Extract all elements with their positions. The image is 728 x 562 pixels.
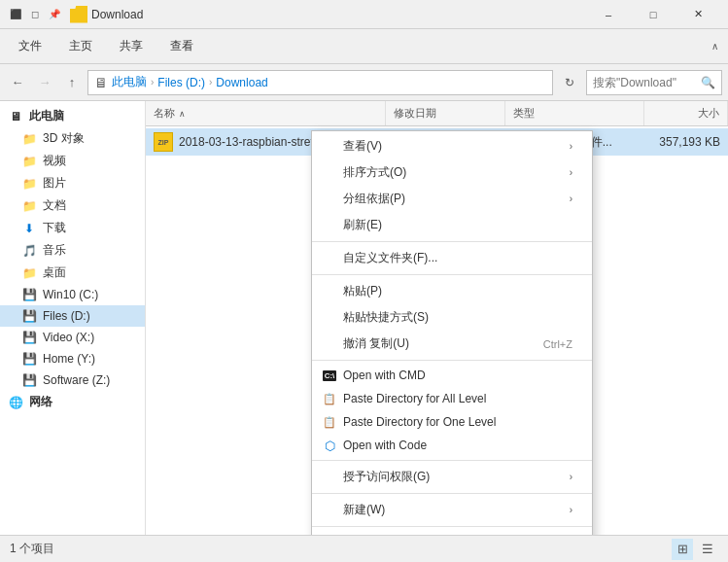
sidebar-item-network[interactable]: 🌐 网络 bbox=[0, 391, 145, 413]
sidebar-item-music[interactable]: 🎵 音乐 bbox=[0, 239, 145, 262]
search-box[interactable]: 🔍 bbox=[586, 70, 722, 95]
sidebar-item-pictures[interactable]: 📁 图片 bbox=[0, 172, 145, 194]
main-layout: 🖥 此电脑 📁 3D 对象 📁 视频 📁 图片 📁 文档 ⬇ 下载 🎵 音乐 � bbox=[0, 101, 728, 535]
sidebar-item-documents[interactable]: 📁 文档 bbox=[0, 194, 145, 217]
ctx-arrow-access: › bbox=[570, 472, 572, 482]
ctx-label-sort: 排序方式(O) bbox=[343, 164, 406, 181]
ctx-arrow-group: › bbox=[570, 193, 572, 204]
sidebar-item-software-z[interactable]: 💾 Software (Z:) bbox=[0, 369, 145, 391]
drive-c-icon: 💾 bbox=[21, 287, 37, 302]
ctx-item-view[interactable]: 查看(V) › bbox=[312, 133, 592, 159]
ctx-separator-2 bbox=[312, 274, 592, 275]
forward-button[interactable]: → bbox=[33, 71, 56, 94]
path-segment-files[interactable]: Files (D:) bbox=[157, 76, 205, 89]
ctx-label-refresh: 刷新(E) bbox=[343, 217, 382, 233]
status-bar: 1 个项目 ⊞ ☰ bbox=[0, 535, 728, 562]
title-bar: ⬛ ◻ 📌 Download – □ ✕ bbox=[0, 0, 728, 29]
ribbon-expand-button[interactable]: ∧ bbox=[708, 37, 722, 55]
ribbon-tab-home[interactable]: 主页 bbox=[56, 31, 105, 61]
sidebar-item-pc[interactable]: 🖥 此电脑 bbox=[0, 105, 145, 127]
ctx-item-refresh[interactable]: 刷新(E) bbox=[312, 212, 592, 238]
view-grid-button[interactable]: ⊞ bbox=[672, 539, 693, 560]
drive-d-icon: 💾 bbox=[21, 308, 37, 324]
window-title: Download bbox=[91, 8, 586, 21]
ctx-item-undo[interactable]: 撤消 复制(U) Ctrl+Z bbox=[312, 331, 592, 357]
ctx-item-group[interactable]: 分组依据(P) › bbox=[312, 186, 592, 212]
refresh-button[interactable]: ↻ bbox=[557, 70, 582, 95]
window-icon: ⬛ bbox=[8, 7, 23, 22]
col-header-name[interactable]: 名称∧ bbox=[146, 101, 386, 125]
close-button[interactable]: ✕ bbox=[676, 0, 720, 29]
ctx-shortcut-undo: Ctrl+Z bbox=[543, 338, 572, 350]
ctx-separator-6 bbox=[312, 526, 592, 527]
col-header-type[interactable]: 类型 bbox=[505, 101, 644, 125]
ctx-item-properties[interactable]: 属性(R) bbox=[312, 530, 592, 535]
folder-icon bbox=[70, 6, 87, 23]
sidebar-item-video-x[interactable]: 💾 Video (X:) bbox=[0, 327, 145, 348]
ctx-item-access[interactable]: 授予访问权限(G) › bbox=[312, 464, 592, 490]
ctx-separator-5 bbox=[312, 493, 592, 494]
view-list-button[interactable]: ☰ bbox=[697, 539, 718, 560]
sidebar-label-documents: 文档 bbox=[43, 197, 66, 214]
zip-file-icon bbox=[154, 132, 173, 152]
ctx-label-access: 授予访问权限(G) bbox=[343, 469, 430, 485]
ctx-item-new[interactable]: 新建(W) › bbox=[312, 497, 592, 523]
sidebar-label-pictures: 图片 bbox=[43, 175, 66, 192]
maximize-button[interactable]: □ bbox=[631, 0, 676, 29]
ctx-label-customize: 自定义文件夹(F)... bbox=[343, 250, 437, 266]
cmd-icon: C:\ bbox=[322, 368, 337, 383]
ribbon-tab-file[interactable]: 文件 bbox=[6, 31, 54, 61]
ctx-label-paste-one: Paste Directory for One Level bbox=[343, 415, 496, 429]
col-header-date[interactable]: 修改日期 bbox=[386, 101, 506, 125]
ctx-separator-3 bbox=[312, 360, 592, 361]
sidebar-item-3d[interactable]: 📁 3D 对象 bbox=[0, 127, 145, 150]
minimize-button[interactable]: – bbox=[586, 0, 631, 29]
sidebar: 🖥 此电脑 📁 3D 对象 📁 视频 📁 图片 📁 文档 ⬇ 下载 🎵 音乐 � bbox=[0, 101, 146, 535]
sidebar-item-home-y[interactable]: 💾 Home (Y:) bbox=[0, 348, 145, 369]
pc-icon: 🖥 bbox=[8, 109, 23, 124]
sidebar-label-home-y: Home (Y:) bbox=[43, 352, 95, 366]
ctx-item-paste[interactable]: 粘贴(P) bbox=[312, 278, 592, 304]
sidebar-item-files-d[interactable]: 💾 Files (D:) bbox=[0, 305, 145, 327]
ctx-arrow-sort: › bbox=[570, 167, 572, 178]
3d-icon: 📁 bbox=[21, 131, 37, 147]
path-segment-pc[interactable]: 此电脑 bbox=[112, 74, 147, 90]
path-segment-download[interactable]: Download bbox=[216, 76, 267, 89]
sort-arrow: ∧ bbox=[179, 109, 186, 119]
ctx-item-paste-shortcut[interactable]: 粘贴快捷方式(S) bbox=[312, 304, 592, 331]
back-button[interactable]: ← bbox=[6, 71, 29, 94]
music-icon: 🎵 bbox=[21, 243, 37, 259]
vscode-icon: ⬡ bbox=[322, 438, 337, 453]
search-input[interactable] bbox=[593, 76, 697, 89]
ctx-item-paste-one[interactable]: 📋 Paste Directory for One Level bbox=[312, 410, 592, 434]
ctx-item-cmd[interactable]: C:\ Open with CMD bbox=[312, 364, 592, 387]
path-chevron-2: › bbox=[209, 77, 212, 88]
sidebar-item-win10[interactable]: 💾 Win10 (C:) bbox=[0, 284, 145, 305]
quick-access-2: 📌 bbox=[47, 7, 62, 22]
sidebar-item-video[interactable]: 📁 视频 bbox=[0, 150, 145, 172]
ctx-label-new: 新建(W) bbox=[343, 502, 385, 518]
sidebar-label-desktop: 桌面 bbox=[43, 264, 66, 281]
window-controls[interactable]: – □ ✕ bbox=[586, 0, 720, 29]
path-chevron-1: › bbox=[151, 77, 154, 88]
ctx-label-undo: 撤消 复制(U) bbox=[343, 335, 409, 352]
ribbon-tab-view[interactable]: 查看 bbox=[157, 31, 206, 61]
ribbon-tab-share[interactable]: 共享 bbox=[107, 31, 156, 61]
ctx-item-sort[interactable]: 排序方式(O) › bbox=[312, 159, 592, 186]
ctx-item-paste-all[interactable]: 📋 Paste Directory for All Level bbox=[312, 387, 592, 410]
col-header-size[interactable]: 大小 bbox=[644, 101, 728, 125]
ctx-label-paste-all: Paste Directory for All Level bbox=[343, 392, 486, 405]
ctx-item-customize[interactable]: 自定义文件夹(F)... bbox=[312, 245, 592, 271]
sidebar-item-desktop[interactable]: 📁 桌面 bbox=[0, 262, 145, 284]
ctx-label-paste: 粘贴(P) bbox=[343, 283, 382, 299]
downloads-icon: ⬇ bbox=[21, 221, 37, 236]
sidebar-item-downloads[interactable]: ⬇ 下载 bbox=[0, 217, 145, 239]
computer-icon: 🖥 bbox=[94, 75, 108, 90]
ctx-item-vscode[interactable]: ⬡ Open with Code bbox=[312, 434, 592, 457]
address-path[interactable]: 🖥 此电脑 › Files (D:) › Download bbox=[87, 70, 553, 95]
up-button[interactable]: ↑ bbox=[60, 71, 84, 94]
sidebar-label-video-x: Video (X:) bbox=[43, 331, 94, 344]
network-icon: 🌐 bbox=[8, 395, 23, 410]
ctx-label-vscode: Open with Code bbox=[343, 439, 427, 452]
sidebar-label-pc: 此电脑 bbox=[29, 108, 64, 124]
